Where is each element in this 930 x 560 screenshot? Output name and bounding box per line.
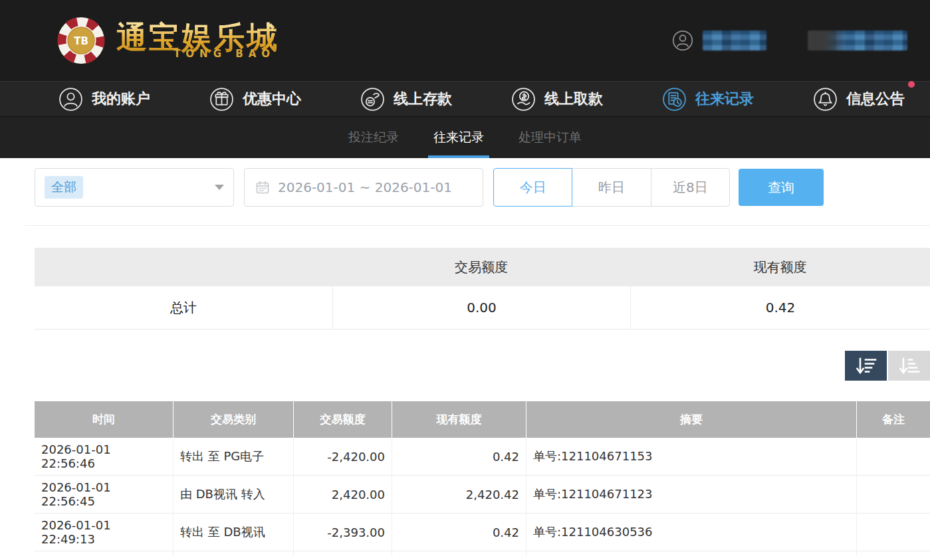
summary-current-balance: 0.42 bbox=[630, 286, 930, 329]
sort-descending-icon bbox=[855, 357, 877, 375]
svg-text:TB: TB bbox=[74, 35, 88, 47]
nav-label: 线上存款 bbox=[394, 89, 452, 109]
sort-ascending-button[interactable] bbox=[888, 351, 930, 381]
table-row: 2026-01-01 22:49:13 转出 至 DB视讯 -2,393.00 … bbox=[35, 513, 930, 551]
casino-chip-icon: TB bbox=[57, 16, 106, 65]
cell-amount: -2,420.00 bbox=[293, 438, 392, 475]
tab-betting-records[interactable]: 投注纪录 bbox=[346, 117, 401, 158]
bell-icon bbox=[813, 87, 838, 112]
transactions-table: 时间 交易类别 交易额度 现有额度 摘要 备注 2026-01-01 22:56… bbox=[35, 401, 930, 556]
filter-toolbar: 全部 2026-01-01 ~ 2026-01-01 今日 昨日 近8日 查询 bbox=[35, 168, 895, 207]
records-subnav: 投注纪录 往来记录 处理中订单 bbox=[0, 116, 930, 158]
main-navbar: 我的账户 优惠中心 线上存款 线上取款 bbox=[0, 81, 930, 116]
withdraw-icon bbox=[511, 87, 536, 112]
summary-header-transaction: 交易额度 bbox=[332, 248, 630, 286]
table-row: 2026-01-01 22:56:45 由 DB视讯 转入 2,420.00 2… bbox=[35, 476, 930, 513]
cell-type: 转出 至 PG电子 bbox=[173, 438, 293, 475]
cell-type: 转出 至 DB视讯 bbox=[173, 513, 293, 551]
caret-down-icon bbox=[215, 185, 224, 190]
summary-header-row: 交易额度 现有额度 bbox=[35, 248, 930, 286]
calendar-icon bbox=[255, 180, 270, 195]
cell-summary: 单号:121104671123 bbox=[526, 476, 856, 513]
cell-remark bbox=[856, 476, 930, 513]
top-header: TB 通宝娱乐城 TONG BAO bbox=[0, 0, 930, 81]
nav-item-records[interactable]: 往来记录 bbox=[662, 87, 754, 112]
nav-item-my-account[interactable]: 我的账户 bbox=[58, 87, 150, 112]
quick-range-yesterday-button[interactable]: 昨日 bbox=[572, 168, 651, 207]
category-select[interactable]: 全部 bbox=[35, 168, 234, 207]
nav-label: 信息公告 bbox=[846, 89, 905, 109]
date-range-input[interactable]: 2026-01-01 ~ 2026-01-01 bbox=[244, 168, 483, 207]
cell-summary: 单号:121104671153 bbox=[526, 438, 856, 475]
table-header-row: 时间 交易类别 交易额度 现有额度 摘要 备注 bbox=[35, 401, 930, 438]
summary-header-blank bbox=[35, 248, 332, 286]
user-area bbox=[672, 30, 907, 51]
table-row-clipped bbox=[35, 551, 930, 556]
notification-dot bbox=[908, 81, 915, 88]
nav-item-deposit[interactable]: 线上存款 bbox=[360, 87, 452, 112]
gift-icon bbox=[209, 87, 234, 112]
category-select-value: 全部 bbox=[45, 176, 83, 199]
tab-processing-orders[interactable]: 处理中订单 bbox=[517, 117, 584, 158]
col-header-amount: 交易额度 bbox=[293, 401, 392, 438]
nav-label: 我的账户 bbox=[92, 89, 150, 109]
section-divider bbox=[25, 225, 930, 226]
sort-descending-button[interactable] bbox=[845, 351, 887, 381]
cell-summary: 单号:121104630536 bbox=[526, 513, 856, 551]
cell-time: 2026-01-01 22:56:45 bbox=[35, 476, 173, 513]
cell-balance: 2,420.42 bbox=[392, 476, 526, 513]
query-button[interactable]: 查询 bbox=[739, 169, 824, 206]
summary-header-balance: 现有额度 bbox=[630, 248, 930, 286]
cell-balance: 0.42 bbox=[392, 513, 526, 551]
tab-transaction-records[interactable]: 往来记录 bbox=[431, 117, 486, 158]
col-header-time: 时间 bbox=[35, 401, 173, 438]
brand-title: 通宝娱乐城 TONG BAO bbox=[116, 21, 279, 60]
sort-controls bbox=[0, 351, 930, 381]
col-header-remark: 备注 bbox=[856, 401, 930, 438]
nav-label: 优惠中心 bbox=[243, 89, 301, 109]
date-range-value: 2026-01-01 ~ 2026-01-01 bbox=[278, 179, 452, 195]
sort-ascending-icon bbox=[898, 357, 921, 375]
col-header-summary: 摘要 bbox=[526, 401, 856, 438]
table-row: 2026-01-01 22:56:46 转出 至 PG电子 -2,420.00 … bbox=[35, 438, 930, 476]
censored-balance bbox=[808, 31, 907, 50]
brand-title-en: TONG BAO bbox=[116, 48, 279, 60]
quick-range-last8days-button[interactable]: 近8日 bbox=[651, 168, 730, 207]
cell-amount: 2,420.00 bbox=[293, 476, 392, 513]
cell-remark bbox=[856, 513, 930, 551]
nav-item-withdraw[interactable]: 线上取款 bbox=[511, 87, 603, 112]
username-group[interactable] bbox=[672, 30, 766, 51]
user-circle-icon bbox=[672, 30, 693, 51]
summary-table: 交易额度 现有额度 总计 0.00 0.42 bbox=[35, 248, 930, 329]
account-icon bbox=[58, 87, 83, 112]
col-header-type: 交易类别 bbox=[173, 401, 293, 438]
quick-range-today-button[interactable]: 今日 bbox=[493, 168, 572, 207]
nav-item-announcements[interactable]: 信息公告 bbox=[813, 87, 905, 112]
deposit-icon bbox=[360, 87, 385, 112]
col-header-balance: 现有额度 bbox=[392, 401, 526, 438]
quick-range-group: 今日 昨日 近8日 bbox=[493, 168, 730, 207]
summary-total-row: 总计 0.00 0.42 bbox=[35, 286, 930, 329]
cell-remark bbox=[856, 438, 930, 475]
cell-time: 2026-01-01 22:49:13 bbox=[35, 513, 173, 551]
cell-type: 由 DB视讯 转入 bbox=[173, 476, 293, 513]
nav-label: 线上取款 bbox=[544, 89, 603, 109]
nav-label: 往来记录 bbox=[695, 89, 754, 109]
transaction-records-page: TB 通宝娱乐城 TONG BAO 我的账户 bbox=[0, 0, 930, 560]
cell-balance: 0.42 bbox=[392, 438, 526, 475]
summary-transaction-amount: 0.00 bbox=[332, 286, 630, 329]
censored-username bbox=[703, 31, 766, 50]
cell-amount: -2,393.00 bbox=[293, 513, 392, 551]
nav-item-promotions[interactable]: 优惠中心 bbox=[209, 87, 301, 112]
brand-logo[interactable]: TB 通宝娱乐城 TONG BAO bbox=[57, 16, 279, 65]
records-icon bbox=[662, 87, 687, 112]
cell-time: 2026-01-01 22:56:46 bbox=[35, 438, 173, 475]
summary-total-label: 总计 bbox=[35, 286, 332, 329]
